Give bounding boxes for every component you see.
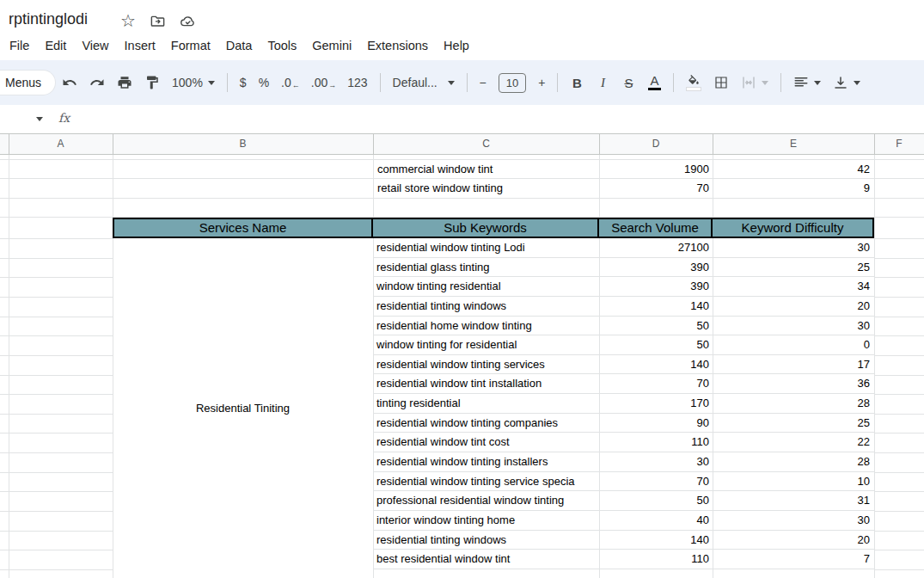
difficulty-cell[interactable]: 42	[713, 160, 874, 179]
name-box-dropdown-icon[interactable]	[36, 117, 43, 121]
spreadsheet-grid[interactable]: commercial window tint 1900 42 retail st…	[0, 155, 924, 578]
fill-color-button[interactable]	[681, 71, 707, 95]
header-cell-sub-keywords[interactable]: Sub Keywords	[371, 218, 599, 239]
search-volume-cell[interactable]: 110	[599, 433, 713, 452]
table-row[interactable]: interior window tinting home 40 30	[373, 511, 874, 531]
search-volume-cell[interactable]: 140	[599, 297, 713, 316]
table-row[interactable]: window tinting for residential 50 0	[373, 335, 874, 355]
difficulty-cell[interactable]: 9	[713, 179, 874, 198]
menu-edit[interactable]: Edit	[37, 36, 74, 55]
column-header-e[interactable]: E	[713, 134, 874, 154]
menu-format[interactable]: Format	[163, 36, 218, 55]
sub-keyword-cell[interactable]: residential window tinting companies	[373, 414, 599, 433]
difficulty-cell[interactable]: 34	[713, 277, 874, 296]
formula-bar[interactable]: fx	[0, 105, 924, 133]
menu-insert[interactable]: Insert	[117, 36, 163, 55]
paint-format-icon[interactable]	[139, 71, 165, 94]
difficulty-cell[interactable]: 7	[713, 550, 874, 569]
search-volume-cell[interactable]: 50	[599, 317, 713, 335]
table-row[interactable]: residential home window tinting 50 30	[373, 317, 874, 336]
sub-keyword-cell[interactable]: interior window tinting home	[373, 511, 599, 530]
search-volume-cell[interactable]: 390	[599, 277, 713, 296]
difficulty-cell[interactable]: 30	[713, 511, 874, 530]
table-row[interactable]: residential window tinting companies 90 …	[373, 414, 874, 434]
table-row[interactable]: residential window tint cost 110 22	[373, 433, 874, 452]
redo-button[interactable]	[84, 71, 110, 94]
search-volume-cell[interactable]: 140	[599, 531, 713, 550]
search-volume-cell[interactable]: 30	[599, 452, 713, 471]
search-volume-cell[interactable]: 27100	[599, 238, 713, 257]
search-volume-cell[interactable]: 1900	[599, 160, 713, 179]
cloud-status-icon[interactable]	[178, 11, 197, 30]
increase-font-size-button[interactable]: +	[533, 72, 550, 93]
font-selector[interactable]: Defaul...	[388, 72, 460, 93]
table-row[interactable]: residential tinting windows 140 20	[373, 531, 874, 550]
difficulty-cell[interactable]: 10	[713, 472, 874, 491]
sub-keyword-cell[interactable]: residential window tinting installers	[373, 452, 599, 471]
column-header-a[interactable]: A	[9, 134, 113, 154]
text-color-button[interactable]: A	[642, 71, 666, 94]
column-header-f[interactable]: F	[874, 134, 924, 154]
difficulty-cell[interactable]: 20	[713, 531, 874, 550]
difficulty-cell[interactable]: 17	[713, 355, 874, 374]
folder-move-icon[interactable]	[148, 11, 167, 30]
sub-keyword-cell[interactable]: residential window tinting Lodi	[373, 238, 599, 257]
font-size-value[interactable]: 10	[499, 73, 526, 93]
bold-button[interactable]: B	[565, 72, 589, 94]
search-volume-cell[interactable]: 170	[599, 394, 713, 413]
sub-keyword-cell[interactable]: residential home window tinting	[373, 317, 599, 335]
menu-help[interactable]: Help	[436, 36, 477, 55]
sub-keyword-cell[interactable]: window tinting for residential	[373, 335, 599, 354]
search-volume-cell[interactable]: 390	[599, 258, 713, 277]
decrease-font-size-button[interactable]: −	[474, 72, 492, 93]
header-cell-keyword-difficulty[interactable]: Keyword Difficulty	[711, 218, 874, 239]
undo-button[interactable]	[57, 71, 83, 94]
difficulty-cell[interactable]: 0	[713, 335, 874, 354]
difficulty-cell[interactable]: 30	[713, 238, 874, 257]
strikethrough-button[interactable]: S	[616, 72, 640, 94]
empty-cells[interactable]	[0, 160, 373, 179]
menus-search-button[interactable]: Menus	[0, 71, 55, 95]
difficulty-cell[interactable]: 25	[713, 414, 874, 433]
sub-keyword-cell[interactable]: residential window tint installation	[373, 374, 599, 393]
sub-keyword-cell[interactable]: retail store window tinting	[373, 179, 599, 198]
empty-cells[interactable]	[0, 179, 373, 198]
sub-keyword-cell[interactable]: tinting residential	[373, 394, 599, 413]
horizontal-align-button[interactable]	[788, 71, 826, 94]
document-title[interactable]: rptintinglodi	[9, 10, 88, 28]
column-header-c[interactable]: C	[373, 134, 599, 154]
menu-tools[interactable]: Tools	[260, 36, 304, 55]
search-volume-cell[interactable]: 70	[599, 374, 713, 393]
decrease-decimal-button[interactable]: .0←	[276, 72, 304, 93]
search-volume-cell[interactable]: 40	[599, 511, 713, 530]
search-volume-cell[interactable]: 50	[599, 491, 713, 510]
difficulty-cell[interactable]: 31	[713, 491, 874, 510]
table-row[interactable]: commercial window tint 1900 42	[0, 160, 924, 180]
sub-keyword-cell[interactable]: residential window tint cost	[373, 433, 599, 452]
search-volume-cell[interactable]: 70	[599, 472, 713, 491]
table-row[interactable]: professional residential window tinting …	[373, 491, 874, 511]
font-size-input[interactable]: 10	[493, 70, 531, 96]
vertical-align-button[interactable]	[828, 71, 866, 94]
sub-keyword-cell[interactable]: professional residential window tinting	[373, 491, 599, 510]
table-row[interactable]: retail store window tinting 70 9	[0, 179, 924, 199]
italic-button[interactable]: I	[591, 72, 615, 94]
difficulty-cell[interactable]: 20	[713, 297, 874, 316]
sub-keyword-cell[interactable]: residential tinting windows	[373, 297, 599, 316]
zoom-control[interactable]: 100%	[167, 72, 220, 93]
difficulty-cell[interactable]: 22	[713, 433, 874, 452]
menu-file[interactable]: File	[2, 36, 37, 55]
table-row[interactable]: residential window tinting service speci…	[373, 472, 874, 492]
table-row[interactable]: residential window tinting services 140 …	[373, 355, 874, 375]
menu-extensions[interactable]: Extensions	[359, 36, 436, 55]
format-percent-button[interactable]: %	[254, 72, 274, 93]
merge-cells-button[interactable]	[736, 71, 774, 94]
menu-gemini[interactable]: Gemini	[304, 36, 359, 55]
merged-service-name-cell[interactable]: Residential Tiniting	[114, 239, 371, 577]
table-row[interactable]: tinting residential 170 28	[373, 394, 874, 414]
table-row[interactable]: best residential window tint 110 7	[373, 550, 874, 569]
table-row[interactable]: residential window tinting installers 30…	[373, 452, 874, 472]
difficulty-cell[interactable]: 28	[713, 452, 874, 471]
sub-keyword-cell[interactable]: residential glass tinting	[373, 258, 599, 277]
sub-keyword-cell[interactable]: commercial window tint	[373, 160, 599, 179]
